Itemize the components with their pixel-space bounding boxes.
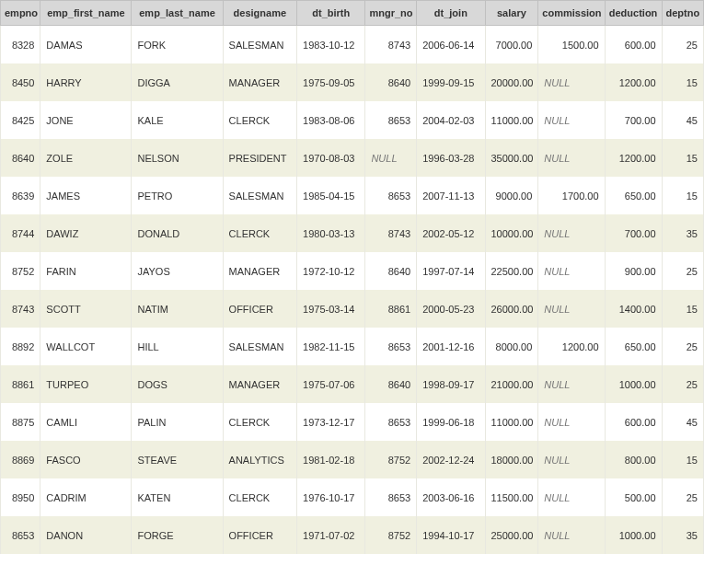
cell-designame: CLERCK: [223, 478, 297, 516]
cell-designame: CLERCK: [223, 403, 297, 441]
cell-dt-join: 1999-06-18: [417, 403, 485, 441]
table-row[interactable]: 8450HARRYDIGGAMANAGER1975-09-0586401999-…: [1, 63, 704, 101]
col-header-empno[interactable]: empno: [1, 1, 40, 26]
cell-mngr-no: 8640: [365, 252, 417, 290]
cell-salary: 20000.00: [485, 63, 538, 101]
table-row[interactable]: 8869FASCOSTEAVEANALYTICS1981-02-18875220…: [1, 441, 704, 478]
cell-dt-join: 1998-09-17: [417, 365, 485, 403]
cell-deduction: 600.00: [605, 26, 662, 64]
cell-deptno: 45: [662, 403, 703, 441]
cell-designame: SALESMAN: [223, 328, 297, 365]
cell-dt-birth: 1975-09-05: [297, 63, 365, 101]
cell-commission: NULL: [538, 63, 605, 101]
cell-first-name: FASCO: [40, 441, 132, 478]
table-row[interactable]: 8743SCOTTNATIMOFFICER1975-03-1488612000-…: [1, 290, 704, 328]
cell-commission: NULL: [538, 101, 605, 139]
table-row[interactable]: 8950CADRIMKATENCLERCK1976-10-1786532003-…: [1, 478, 704, 516]
cell-deduction: 500.00: [605, 478, 662, 516]
cell-commission: NULL: [538, 139, 605, 177]
table-row[interactable]: 8425JONEKALECLERCK1983-08-0686532004-02-…: [1, 101, 704, 139]
cell-designame: ANALYTICS: [223, 441, 297, 478]
col-header-last-name[interactable]: emp_last_name: [132, 1, 223, 26]
cell-dt-join: 2001-12-16: [417, 328, 485, 365]
cell-designame: MANAGER: [223, 63, 297, 101]
cell-deptno: 45: [662, 101, 703, 139]
col-header-deduction[interactable]: deduction: [605, 1, 662, 26]
cell-commission: NULL: [538, 516, 605, 554]
col-header-deptno[interactable]: deptno: [662, 1, 703, 26]
cell-designame: SALESMAN: [223, 26, 297, 64]
cell-dt-join: 2003-06-16: [417, 478, 485, 516]
col-header-dt-join[interactable]: dt_join: [417, 1, 485, 26]
cell-deduction: 900.00: [605, 252, 662, 290]
table-row[interactable]: 8640ZOLENELSONPRESIDENT1970-08-03NULL199…: [1, 139, 704, 177]
cell-deptno: 15: [662, 177, 703, 214]
cell-last-name: KATEN: [132, 478, 223, 516]
cell-commission: NULL: [538, 214, 605, 252]
cell-dt-birth: 1975-07-06: [297, 365, 365, 403]
cell-empno: 8639: [1, 177, 40, 214]
cell-first-name: DANON: [40, 516, 132, 554]
cell-dt-join: 2002-12-24: [417, 441, 485, 478]
table-row[interactable]: 8875CAMLIPALINCLERCK1973-12-1786531999-0…: [1, 403, 704, 441]
cell-first-name: JAMES: [40, 177, 132, 214]
cell-last-name: PALIN: [132, 403, 223, 441]
cell-deduction: 650.00: [605, 177, 662, 214]
cell-first-name: SCOTT: [40, 290, 132, 328]
cell-deptno: 25: [662, 478, 703, 516]
cell-empno: 8743: [1, 290, 40, 328]
table-row[interactable]: 8752FARINJAYOSMANAGER1972-10-1286401997-…: [1, 252, 704, 290]
table-row[interactable]: 8861TURPEODOGSMANAGER1975-07-0686401998-…: [1, 365, 704, 403]
cell-dt-birth: 1985-04-15: [297, 177, 365, 214]
cell-commission: NULL: [538, 441, 605, 478]
cell-dt-birth: 1970-08-03: [297, 139, 365, 177]
cell-mngr-no: 8743: [365, 214, 417, 252]
cell-salary: 7000.00: [485, 26, 538, 64]
cell-deptno: 15: [662, 139, 703, 177]
cell-first-name: CADRIM: [40, 478, 132, 516]
cell-deptno: 15: [662, 290, 703, 328]
cell-dt-join: 2004-02-03: [417, 101, 485, 139]
col-header-dt-birth[interactable]: dt_birth: [297, 1, 365, 26]
cell-deptno: 25: [662, 365, 703, 403]
cell-deduction: 600.00: [605, 403, 662, 441]
cell-commission: 1200.00: [538, 328, 605, 365]
cell-deduction: 1000.00: [605, 365, 662, 403]
cell-last-name: DIGGA: [132, 63, 223, 101]
col-header-designame[interactable]: designame: [223, 1, 297, 26]
cell-dt-birth: 1973-12-17: [297, 403, 365, 441]
cell-empno: 8450: [1, 63, 40, 101]
cell-mngr-no: NULL: [365, 139, 417, 177]
col-header-first-name[interactable]: emp_first_name: [40, 1, 132, 26]
cell-last-name: NELSON: [132, 139, 223, 177]
cell-designame: MANAGER: [223, 252, 297, 290]
table-row[interactable]: 8328DAMASFORKSALESMAN1983-10-1287432006-…: [1, 26, 704, 64]
table-row[interactable]: 8744DAWIZDONALDCLERCK1980-03-1387432002-…: [1, 214, 704, 252]
cell-empno: 8328: [1, 26, 40, 64]
cell-dt-birth: 1971-07-02: [297, 516, 365, 554]
cell-last-name: STEAVE: [132, 441, 223, 478]
cell-mngr-no: 8743: [365, 26, 417, 64]
cell-mngr-no: 8861: [365, 290, 417, 328]
cell-last-name: HILL: [132, 328, 223, 365]
cell-salary: 10000.00: [485, 214, 538, 252]
col-header-mngr-no[interactable]: mngr_no: [365, 1, 417, 26]
cell-first-name: HARRY: [40, 63, 132, 101]
cell-dt-join: 2002-05-12: [417, 214, 485, 252]
cell-commission: 1700.00: [538, 177, 605, 214]
cell-empno: 8875: [1, 403, 40, 441]
cell-dt-birth: 1976-10-17: [297, 478, 365, 516]
table-row[interactable]: 8653DANONFORGEOFFICER1971-07-0287521994-…: [1, 516, 704, 554]
table-row[interactable]: 8639JAMESPETROSALESMAN1985-04-1586532007…: [1, 177, 704, 214]
cell-designame: CLERCK: [223, 101, 297, 139]
cell-empno: 8640: [1, 139, 40, 177]
cell-mngr-no: 8653: [365, 328, 417, 365]
cell-empno: 8653: [1, 516, 40, 554]
cell-first-name: TURPEO: [40, 365, 132, 403]
col-header-salary[interactable]: salary: [485, 1, 538, 26]
table-row[interactable]: 8892WALLCOTHILLSALESMAN1982-11-158653200…: [1, 328, 704, 365]
cell-deduction: 1200.00: [605, 139, 662, 177]
cell-empno: 8861: [1, 365, 40, 403]
col-header-commission[interactable]: commission: [538, 1, 605, 26]
cell-commission: NULL: [538, 403, 605, 441]
